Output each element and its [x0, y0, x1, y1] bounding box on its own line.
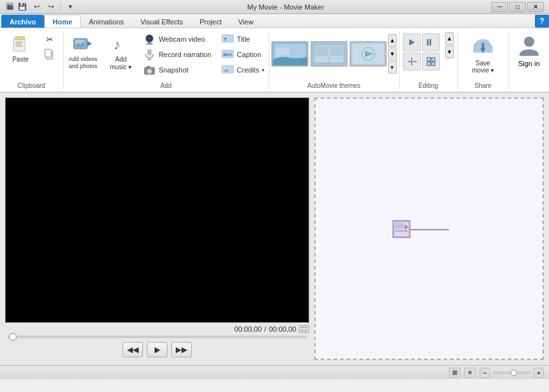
svg-rect-4: [15, 44, 22, 45]
tab-visual-effects[interactable]: Visual Effects: [132, 15, 191, 28]
svg-rect-18: [148, 49, 151, 55]
theme-item-1[interactable]: [271, 41, 308, 67]
seek-thumb[interactable]: [9, 333, 17, 341]
caption-button[interactable]: A Caption: [218, 47, 267, 62]
theme-item-3[interactable]: [350, 41, 387, 67]
svg-marker-45: [409, 39, 415, 46]
clipboard-content: Paste ✂: [4, 31, 59, 81]
credits-icon: A▾: [221, 64, 234, 76]
svg-text:A: A: [224, 53, 226, 57]
ribbon-tabs: Archivo Home Animations Visual Effects P…: [0, 14, 549, 28]
save-movie-label: Savemovie ▾: [472, 60, 494, 74]
svg-text:♪: ♪: [114, 37, 121, 53]
qa-undo[interactable]: ↩: [31, 2, 42, 12]
svg-point-23: [148, 70, 151, 72]
copy-icon: [43, 47, 56, 60]
window-title: My Movie - Movie Maker: [80, 3, 491, 11]
svg-rect-60: [482, 43, 484, 49]
editing-scroll-up[interactable]: ▲: [445, 32, 454, 45]
close-button[interactable]: ✕: [527, 2, 544, 12]
time-current: 00:00,00: [234, 325, 262, 333]
qa-dropdown[interactable]: ▾: [65, 2, 76, 12]
video-preview: [5, 98, 309, 323]
svg-point-11: [76, 41, 79, 44]
edit-btn-2[interactable]: [422, 33, 440, 51]
theme-item-2[interactable]: [310, 41, 348, 67]
automovie-group: ▲ ▼ ▾ AutoMovie themes: [269, 31, 400, 89]
zoom-thumb[interactable]: [511, 370, 517, 376]
maximize-button[interactable]: □: [509, 2, 526, 12]
edit-btn-4[interactable]: [422, 53, 440, 71]
editing-label: Editing: [418, 81, 438, 89]
svg-rect-7: [45, 49, 51, 57]
add-videos-icon: [72, 34, 93, 55]
qa-redo[interactable]: ↪: [45, 2, 56, 12]
svg-rect-52: [432, 58, 435, 61]
playback-buttons: ◀◀ ▶ ▶▶: [5, 342, 309, 357]
signin-icon: [517, 34, 541, 58]
svg-rect-40: [330, 46, 342, 56]
editing-scroll-down[interactable]: ▼: [445, 46, 454, 58]
cut-button[interactable]: ✂: [40, 32, 59, 46]
minimize-button[interactable]: ─: [491, 2, 508, 12]
paste-label: Paste: [12, 56, 29, 64]
share-label: Share: [475, 81, 492, 89]
caption-label: Caption: [237, 51, 261, 58]
snapshot-button[interactable]: Snapshot: [140, 63, 214, 77]
editing-group: ▲ ▼ Editing: [400, 31, 458, 89]
snapshot-label: Snapshot: [158, 66, 188, 74]
seek-bar[interactable]: [8, 336, 307, 338]
theme-items: [271, 41, 387, 67]
fullscreen-button[interactable]: ⛶: [299, 325, 309, 333]
tab-project[interactable]: Project: [191, 15, 230, 28]
record-narration-button[interactable]: Record narration: [140, 47, 214, 62]
add-videos-button[interactable]: Add videosand photos: [64, 32, 101, 76]
qa-sep1: [60, 2, 61, 11]
theme-scroll-up[interactable]: ▲: [388, 34, 397, 47]
zoom-in-button[interactable]: +: [534, 368, 544, 378]
tab-home[interactable]: Home: [44, 15, 81, 28]
svg-rect-39: [316, 46, 328, 56]
editing-content: ▲ ▼: [403, 31, 454, 81]
tab-animations[interactable]: Animations: [81, 15, 132, 28]
status-icon-1[interactable]: ⊞: [449, 368, 460, 378]
add-music-button[interactable]: ♪ Addmusic ▾: [105, 32, 136, 76]
timeline-item-1[interactable]: [393, 220, 410, 238]
credits-dropdown-icon: ▾: [262, 67, 264, 73]
editing-scroll: ▲ ▼: [445, 32, 454, 58]
edit-btn-3[interactable]: [403, 53, 421, 71]
title-button[interactable]: T Title: [218, 32, 267, 46]
help-button[interactable]: ?: [535, 15, 549, 28]
zoom-slider[interactable]: [493, 371, 531, 374]
share-group: Savemovie ▾ Share: [458, 31, 509, 89]
webcam-button[interactable]: Webcam video: [140, 32, 214, 46]
clipboard-small-buttons: ✂: [40, 32, 59, 61]
svg-rect-63: [395, 223, 404, 229]
qa-save[interactable]: 💾: [17, 2, 28, 12]
paste-icon: [10, 34, 31, 55]
app-icon: 🎬: [5, 2, 14, 11]
play-back-button[interactable]: ◀◀: [122, 342, 143, 357]
paste-button[interactable]: Paste: [4, 32, 37, 76]
tab-archivo[interactable]: Archivo: [1, 15, 44, 28]
edit-btn-1[interactable]: [403, 33, 421, 51]
add-label: Add: [160, 81, 172, 89]
svg-rect-54: [432, 62, 435, 65]
save-movie-button[interactable]: Savemovie ▾: [464, 32, 502, 76]
zoom-out-button[interactable]: −: [480, 368, 490, 378]
svg-rect-53: [427, 62, 430, 65]
theme-scroll-down[interactable]: ▼: [388, 47, 397, 60]
copy-button[interactable]: [40, 47, 59, 61]
credits-button[interactable]: A▾ Credits ▾: [218, 63, 267, 77]
svg-marker-9: [88, 41, 92, 47]
svg-rect-1: [13, 38, 25, 51]
play-forward-button[interactable]: ▶▶: [171, 342, 192, 357]
play-button[interactable]: ▶: [147, 342, 167, 357]
automovie-label: AutoMovie themes: [307, 81, 360, 89]
signin-button[interactable]: Sign in: [512, 32, 546, 76]
theme-scroll-more[interactable]: ▾: [388, 61, 397, 74]
timeline-area: [314, 98, 544, 360]
status-icon-2[interactable]: ≡: [464, 368, 476, 378]
svg-rect-17: [146, 44, 153, 45]
tab-view[interactable]: View: [230, 15, 262, 28]
